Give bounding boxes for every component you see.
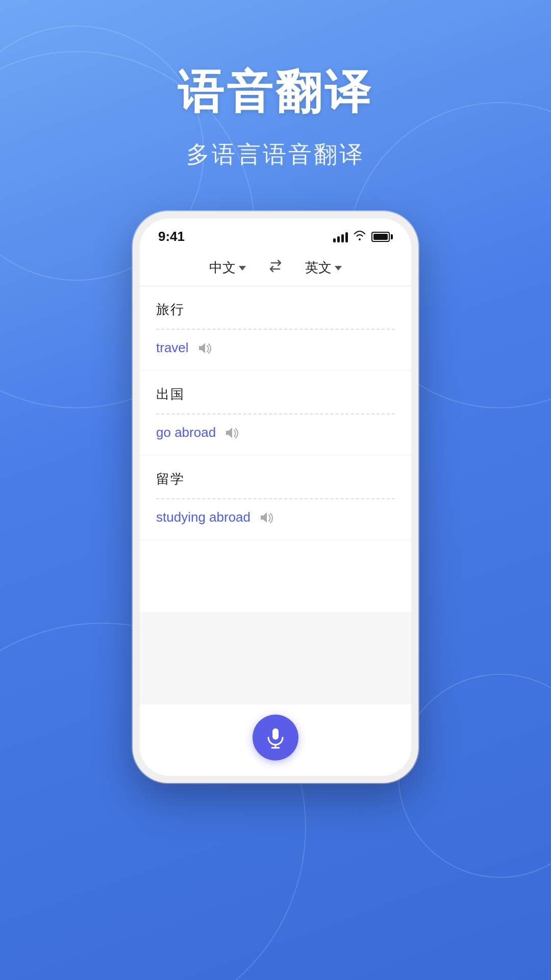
target-lang-arrow-icon — [335, 266, 342, 271]
divider-1 — [156, 329, 395, 330]
phone-inner: 9:41 — [140, 218, 411, 776]
target-lang-label: 英文 — [305, 259, 332, 277]
translated-text-1: travel — [156, 340, 189, 356]
translation-item-1: 旅行 travel — [140, 286, 411, 370]
target-lang-selector[interactable]: 英文 — [305, 259, 342, 277]
sub-title: 多语言语音翻译 — [178, 139, 373, 170]
svg-rect-0 — [272, 728, 279, 740]
status-bar: 9:41 — [140, 218, 411, 250]
language-bar[interactable]: 中文 英文 — [140, 250, 411, 286]
source-lang-selector[interactable]: 中文 — [209, 259, 246, 277]
source-text-3: 留学 — [156, 470, 395, 488]
header-section: 语音翻译 多语言语音翻译 — [178, 61, 373, 170]
source-text-2: 出国 — [156, 385, 395, 403]
speaker-button-3[interactable] — [259, 511, 274, 524]
signal-icon — [333, 231, 348, 242]
source-text-1: 旅行 — [156, 301, 395, 318]
translation-item-3: 留学 studying abroad — [140, 456, 411, 540]
status-time: 9:41 — [158, 229, 185, 244]
battery-icon — [371, 232, 393, 242]
translated-row-2: go abroad — [156, 425, 395, 440]
translated-row-3: studying abroad — [156, 509, 395, 525]
phone-mockup: 9:41 — [133, 211, 418, 783]
translation-item-2: 出国 go abroad — [140, 371, 411, 455]
main-title: 语音翻译 — [178, 61, 373, 124]
status-icons — [333, 230, 393, 243]
empty-area — [140, 541, 411, 612]
divider-2 — [156, 413, 395, 414]
translated-text-2: go abroad — [156, 425, 216, 440]
translated-row-1: travel — [156, 340, 395, 356]
speaker-button-2[interactable] — [224, 426, 239, 439]
mic-bar — [140, 704, 411, 776]
mic-button[interactable] — [253, 715, 298, 761]
speaker-button-1[interactable] — [197, 341, 212, 355]
wifi-icon — [353, 230, 366, 243]
source-lang-label: 中文 — [209, 259, 236, 277]
source-lang-arrow-icon — [239, 266, 246, 271]
translation-list: 旅行 travel 出国 — [140, 286, 411, 704]
swap-languages-button[interactable] — [266, 259, 285, 277]
divider-3 — [156, 498, 395, 499]
translated-text-3: studying abroad — [156, 509, 251, 525]
